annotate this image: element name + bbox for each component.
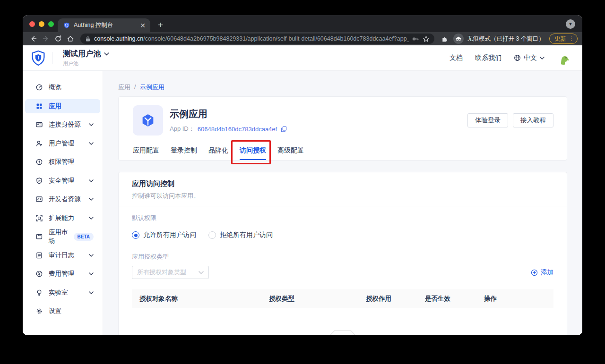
sidebar-item-label: 应用 xyxy=(49,102,61,110)
sidebar-item-label: 实验室 xyxy=(49,288,68,297)
app-id-label: App ID： xyxy=(170,125,195,133)
sidebar-item-label: 开发者资源 xyxy=(49,195,81,203)
authing-logo-icon xyxy=(31,50,45,66)
authorization-table-header: 授权对象名称 授权类型 授权作用 是否生效 操作 xyxy=(132,289,553,308)
update-button[interactable]: 更新 ⋮ xyxy=(549,34,578,44)
sidebar-item-label: 用户管理 xyxy=(49,139,74,148)
key-icon[interactable] xyxy=(412,35,419,42)
auth-type-label: 应用授权类型 xyxy=(132,253,553,261)
sidebar-item-lab[interactable]: 实验室 xyxy=(25,286,100,300)
sidebar-item-label: 费用管理 xyxy=(49,270,74,278)
chevron-down-icon xyxy=(89,142,94,145)
sidebar-item-developer-resources[interactable]: 开发者资源 xyxy=(25,192,100,206)
sidebar-item-audit-logs[interactable]: 审计日志 xyxy=(25,248,100,262)
back-icon[interactable] xyxy=(27,33,40,44)
tab-search-button[interactable]: ▼ xyxy=(566,19,575,29)
column-header-auth-effect: 授权作用 xyxy=(366,295,425,303)
main-content: 应用 / 示例应用 示例应用 App ID： 60648d4b160dc783d… xyxy=(103,71,582,335)
section-title: 应用访问控制 xyxy=(132,172,553,189)
header-divider xyxy=(52,52,52,64)
sidebar-item-user-management[interactable]: 用户管理 xyxy=(25,136,100,151)
new-tab-button[interactable]: + xyxy=(158,20,163,30)
breadcrumb-separator: / xyxy=(134,83,136,91)
tab-close-icon[interactable]: ✕ xyxy=(140,22,146,29)
extensions-icon[interactable] xyxy=(438,33,450,44)
sidebar-item-extensions[interactable]: 扩展能力 xyxy=(25,211,100,225)
tab-branding[interactable]: 品牌化 xyxy=(208,141,228,160)
home-icon[interactable] xyxy=(64,33,77,44)
user-icon xyxy=(35,140,43,147)
document-lines-icon xyxy=(35,252,43,259)
sidebar-item-permissions[interactable]: 权限管理 xyxy=(25,155,100,169)
traffic-lights xyxy=(29,21,54,27)
column-header-actions: 操作 xyxy=(484,295,546,303)
address-bar[interactable]: console.authing.cn/console/60648d4a2b697… xyxy=(80,34,434,44)
update-label: 更新 xyxy=(554,35,566,43)
chevron-down-icon xyxy=(104,52,109,56)
gear-icon xyxy=(35,307,43,315)
sidebar-item-label: 安全管理 xyxy=(49,177,74,185)
breadcrumb-current[interactable]: 示例应用 xyxy=(140,83,164,91)
lightbulb-icon xyxy=(35,289,43,296)
contact-link[interactable]: 联系我们 xyxy=(475,54,501,62)
url-text: console.authing.cn/console/60648d4a2b697… xyxy=(94,35,409,42)
add-label: 添加 xyxy=(541,268,553,277)
radio-allow-all-users[interactable]: 允许所有用户访问 xyxy=(132,231,196,239)
close-window-button[interactable] xyxy=(29,21,35,27)
forward-icon[interactable] xyxy=(40,33,52,44)
user-avatar[interactable] xyxy=(557,51,570,65)
sidebar-item-security[interactable]: 安全管理 xyxy=(25,174,100,188)
authing-favicon-shield-icon xyxy=(63,22,70,29)
sidebar-item-settings[interactable]: 设置 xyxy=(25,304,100,318)
reload-icon[interactable] xyxy=(52,33,64,44)
breadcrumb: 应用 / 示例应用 xyxy=(118,83,567,91)
breadcrumb-section[interactable]: 应用 xyxy=(118,83,130,91)
sidebar-item-applications[interactable]: 应用 xyxy=(25,99,100,113)
browser-tab-authing[interactable]: Authing 控制台 ✕ xyxy=(58,18,150,32)
shield-check-icon xyxy=(35,177,43,185)
selection-frame-icon xyxy=(35,214,43,222)
try-login-button[interactable]: 体验登录 xyxy=(467,113,508,127)
incognito-status-text: 无痕模式（已打开 3 个窗口） xyxy=(467,35,544,43)
chevron-down-icon xyxy=(89,291,94,294)
sidebar-item-label: 应用市场 xyxy=(49,228,74,245)
minimize-window-button[interactable] xyxy=(39,21,44,27)
select-placeholder: 所有授权对象类型 xyxy=(137,268,186,277)
integration-tutorial-button[interactable]: 接入教程 xyxy=(513,113,553,127)
empty-state-box-icon xyxy=(320,326,365,335)
sidebar-item-identity-sources[interactable]: 连接身份源 xyxy=(25,118,100,132)
code-window-icon xyxy=(35,195,43,203)
globe-icon xyxy=(514,54,521,61)
chevron-down-icon xyxy=(89,272,94,275)
chevron-down-icon xyxy=(89,217,94,220)
maximize-window-button[interactable] xyxy=(48,21,54,27)
app-id-value: 60648d4b160dc783ddcaa4ef xyxy=(198,126,277,133)
chevron-down-icon xyxy=(89,198,94,201)
sidebar-item-label: 概览 xyxy=(49,83,61,92)
tab-app-config[interactable]: 应用配置 xyxy=(133,141,159,160)
docs-link[interactable]: 文档 xyxy=(449,54,463,62)
sidebar-item-overview[interactable]: 概览 xyxy=(25,80,100,94)
tab-access-authorization[interactable]: 访问授权 xyxy=(240,141,266,160)
workspace-switcher[interactable]: 测试用户池 用户池 xyxy=(63,49,109,67)
browser-menu-dots-icon[interactable]: ⋮ xyxy=(569,35,574,42)
sidebar-item-app-market[interactable]: 应用市场 BETA xyxy=(25,229,100,244)
gauge-icon xyxy=(35,84,43,91)
copy-icon[interactable] xyxy=(281,126,287,132)
bookmark-star-icon[interactable] xyxy=(423,35,430,42)
tab-login-control[interactable]: 登录控制 xyxy=(171,141,197,160)
apps-grid-icon xyxy=(35,102,43,110)
chevron-down-icon xyxy=(89,179,94,182)
sidebar-item-billing[interactable]: 费用管理 xyxy=(25,267,100,281)
beta-badge: BETA xyxy=(74,233,94,241)
tab-title: Authing 控制台 xyxy=(74,21,136,29)
radio-selected-icon xyxy=(132,231,139,239)
sidebar-item-label: 权限管理 xyxy=(49,158,74,166)
auth-type-select[interactable]: 所有授权对象类型 xyxy=(132,266,209,279)
add-authorization-link[interactable]: 添加 xyxy=(531,268,553,277)
sidebar: 概览 应用 连接身份源 用户管理 权限管理 安全管理 开发者资源 xyxy=(23,71,103,335)
radio-deny-all-users[interactable]: 拒绝所有用户访问 xyxy=(208,231,273,239)
tab-advanced-config[interactable]: 高级配置 xyxy=(277,141,304,160)
radio-unselected-icon xyxy=(208,231,216,239)
language-switcher[interactable]: 中文 xyxy=(514,54,544,62)
